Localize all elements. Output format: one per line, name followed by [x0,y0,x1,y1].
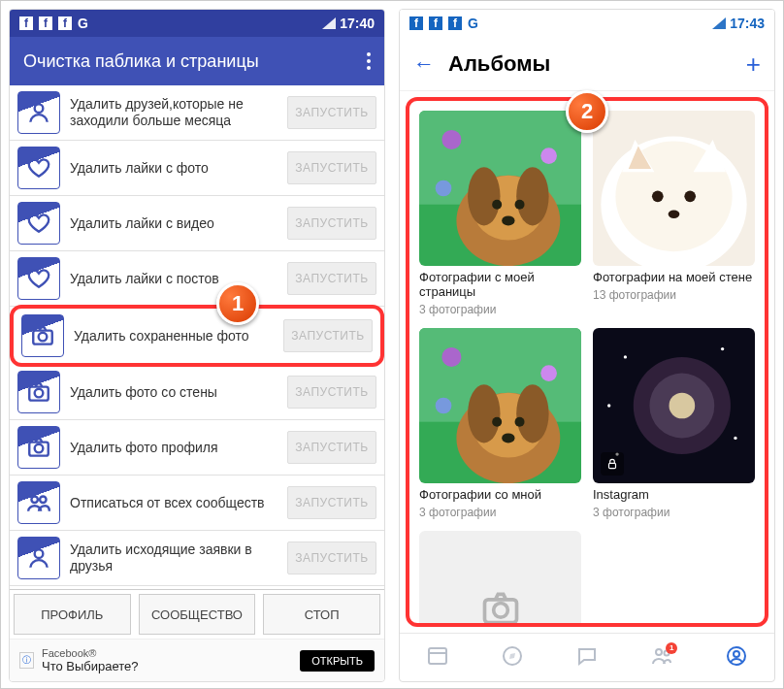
action-row: Удалить лайки с фото ЗАПУСТИТЬ [10,141,384,196]
launch-button[interactable]: ЗАПУСТИТЬ [287,541,376,574]
action-label: Удалить лайки с фото [70,160,278,177]
album-title: Фотографии со мной [419,487,581,502]
page-title: Альбомы [448,51,733,77]
album-thumbnail[interactable] [593,328,755,483]
signal-icon [322,17,336,29]
svg-point-33 [441,347,461,367]
album-title: Instagram [593,487,755,502]
menu-dots-icon[interactable] [367,59,371,63]
tab-feed[interactable] [426,644,449,672]
facebook-icon [58,16,72,30]
album-count: 3 фотографии [419,303,581,316]
status-time: 17:40 [340,16,375,31]
svg-point-35 [436,398,452,414]
svg-point-19 [492,200,502,210]
action-label: Удалить исходящие заявки в друзья [70,541,278,574]
launch-button[interactable]: ЗАПУСТИТЬ [287,207,376,240]
action-row: Удалить фото со стены ЗАПУСТИТЬ [10,365,384,420]
community-button[interactable]: СООБЩЕСТВО [139,594,256,635]
svg-point-58 [656,649,662,655]
launch-button[interactable]: ЗАПУСТИТЬ [287,96,376,129]
album-thumbnail[interactable] [419,328,581,483]
ad-info-icon[interactable]: ⓘ [19,652,34,669]
action-row: Удалить лайки с постов ЗАПУСТИТЬ [10,251,384,307]
svg-point-34 [540,365,557,381]
svg-point-12 [441,130,461,149]
callout-2: 2 [566,90,608,133]
profile-button[interactable]: ПРОФИЛЬ [14,594,131,635]
action-label: Отписаться от всех сообществ [70,495,278,511]
app-title: Очистка паблика и страницы [23,51,367,72]
launch-button[interactable]: ЗАПУСТИТЬ [287,431,376,464]
ad-brand: Facebook® [42,647,139,659]
group-icon [17,481,60,524]
stop-button[interactable]: СТОП [263,594,380,635]
album-thumbnail[interactable] [593,111,755,266]
facebook-icon [448,16,462,30]
svg-point-6 [35,444,44,453]
svg-point-4 [35,389,44,398]
svg-point-42 [502,433,514,443]
notification-badge: 1 [666,642,677,654]
svg-point-21 [502,215,514,225]
facebook-icon [39,16,52,30]
svg-point-54 [493,604,507,618]
svg-point-40 [492,417,502,427]
callout-1: 1 [216,282,259,325]
add-album-tile[interactable] [419,531,581,627]
svg-point-8 [40,497,47,504]
tab-discover[interactable] [501,644,524,672]
svg-point-20 [515,200,525,210]
heart-icon [17,147,60,189]
action-row: Удалить сохраненные фото ЗАПУСТИТЬ [10,305,384,367]
svg-rect-52 [609,463,616,468]
svg-point-39 [516,384,548,443]
camera-icon [17,426,60,469]
svg-point-9 [35,549,44,558]
svg-point-29 [684,191,696,203]
tab-friends[interactable]: 1 [650,644,673,672]
album-item[interactable]: Фотографии с моей страницы 3 фотографии [419,111,581,316]
ad-banner[interactable]: ⓘ Facebook® Что Выбираете? ОТКРЫТЬ [10,639,384,681]
action-label: Удалить фото со стены [70,384,278,401]
album-item[interactable]: Instagram 3 фотографии [593,328,755,519]
status-icons: G [409,16,478,31]
album-thumbnail[interactable] [419,111,581,266]
svg-marker-57 [509,653,515,659]
google-icon: G [468,16,478,31]
ad-open-button[interactable]: ОТКРЫТЬ [300,650,375,672]
svg-point-0 [35,104,44,113]
launch-button[interactable]: ЗАПУСТИТЬ [287,376,376,409]
launch-button[interactable]: ЗАПУСТИТЬ [283,319,373,352]
album-item[interactable]: Фотографии на моей стене 13 фотографии [593,111,755,316]
action-row: Удалить исходящие заявки в друзья ЗАПУСТ… [10,531,384,586]
facebook-icon [19,16,33,30]
google-icon: G [78,16,88,31]
svg-point-51 [607,404,610,407]
action-row: Удалить лайки с видео ЗАПУСТИТЬ [10,196,384,251]
add-button[interactable]: + [746,51,761,77]
launch-button[interactable]: ЗАПУСТИТЬ [287,486,376,519]
action-label: Удалить сохраненные фото [74,328,274,344]
svg-point-46 [669,393,695,419]
launch-button[interactable]: ЗАПУСТИТЬ [287,262,376,295]
ad-text: Что Выбираете? [42,659,139,673]
svg-point-47 [624,355,627,358]
person-icon [17,91,60,134]
svg-point-38 [468,384,500,443]
lock-icon [601,452,624,476]
action-label: Удалить фото профиля [70,440,278,456]
svg-point-30 [669,211,680,218]
launch-button[interactable]: ЗАПУСТИТЬ [287,151,376,184]
heart-icon [17,257,60,300]
status-icons: G [19,16,88,31]
svg-point-61 [734,651,739,657]
facebook-icon [429,16,442,30]
tab-profile[interactable] [725,644,748,672]
tab-messages[interactable] [575,644,599,672]
svg-point-14 [436,180,452,197]
album-item[interactable]: Фотографии со мной 3 фотографии [419,328,581,519]
svg-point-48 [721,347,724,350]
back-button[interactable]: ← [413,51,435,77]
svg-point-41 [515,417,525,427]
